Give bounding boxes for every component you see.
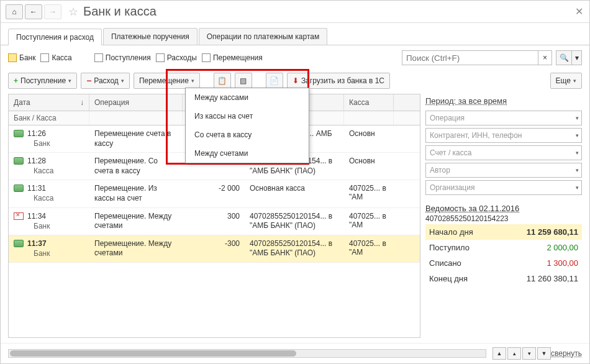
statement-block: Ведомость за 02.11.2016 4070285525012015… (425, 201, 582, 286)
more-button[interactable]: Еще▾ (550, 73, 582, 89)
col-date[interactable]: Дата ↓ (9, 94, 89, 111)
transfer-menu-item[interactable]: Из кассы на счет (186, 107, 309, 125)
home-button[interactable]: ⌂ (6, 4, 23, 19)
nav-last-icon[interactable]: ▼ (537, 347, 551, 360)
collapse-link[interactable]: свернуть (551, 349, 582, 358)
cell-sum: -2 000 (183, 180, 245, 207)
filter-bar: Банк Касса Поступления Расходы Перемещен… (1, 45, 589, 70)
table-row[interactable]: 11:31КассаПеремещение. Из кассы на счет-… (9, 180, 420, 207)
cell-where: 40702855250120154... в "АМБ БАНК" (ПАО) (245, 235, 344, 262)
filter-author[interactable]: Автор▾ (425, 163, 582, 178)
cell-where: 40702855250120154... в "АМБ БАНК" (ПАО) (245, 208, 344, 235)
stmt-incoming: Поступило2 000,00 (425, 240, 582, 255)
load-bank-button[interactable]: ⬇Загрузить из банка в 1С (287, 73, 390, 89)
search-button[interactable]: 🔍 (556, 50, 572, 65)
transfer-menu: Между кассами Из кассы на счет Со счета … (185, 88, 309, 163)
search-clear-button[interactable]: × (538, 50, 552, 65)
cell-kassa: 407025... в "АМ (344, 235, 394, 262)
side-panel: Период: за все время Операция▾ Контраген… (425, 94, 582, 338)
cell-kassa: Основн (344, 125, 394, 152)
table-row[interactable]: 11:34БанкПеремещение. Между счетами30040… (9, 208, 420, 235)
filter-transfers[interactable]: Перемещения (202, 53, 263, 62)
cell-bank-kassa: Касса (14, 166, 84, 175)
filter-incoming[interactable]: Поступления (94, 53, 151, 62)
cell-bank-kassa: Банк (14, 222, 84, 230)
filter-bank[interactable]: Банк (8, 53, 35, 62)
transfer-button[interactable]: Перемещение▾ (134, 73, 200, 89)
cell-time: 11:37 (27, 239, 47, 248)
status-icon (14, 184, 24, 192)
status-icon (14, 130, 24, 137)
app-window: ⌂ ← → ☆ Банк и касса ✕ Поступления и рас… (0, 0, 590, 364)
cell-operation: Перемещение. Между счетами (89, 235, 183, 262)
favorite-icon[interactable]: ☆ (68, 5, 78, 19)
period-title[interactable]: Период: за все время (425, 94, 582, 108)
nav-up-icon[interactable]: ▴ (507, 347, 521, 360)
tab-payments[interactable]: Платежные поручения (103, 28, 197, 45)
filter-account[interactable]: Счет / касса▾ (425, 145, 582, 160)
income-button[interactable]: +Поступление▾ (8, 73, 77, 89)
list-icon[interactable]: ▤ (235, 73, 252, 89)
cell-time: 11:34 (27, 212, 46, 221)
search-input[interactable] (402, 50, 538, 65)
expense-button[interactable]: −Расход▾ (81, 73, 130, 89)
col-kassa[interactable]: Касса (344, 94, 394, 111)
h-scrollbar[interactable] (8, 349, 486, 358)
filter-operation[interactable]: Операция▾ (425, 111, 582, 125)
statement-title[interactable]: Ведомость за 02.11.2016 (425, 204, 582, 213)
row-nav: ▲ ▴ ▾ ▼ (492, 347, 551, 360)
transfer-menu-item[interactable]: Между счетами (186, 144, 309, 163)
col-operation[interactable]: Операция (89, 94, 183, 111)
back-button[interactable]: ← (25, 4, 42, 19)
doc-icon[interactable]: 📄 (266, 73, 283, 89)
cell-kassa: 407025... в "АМ (344, 208, 394, 235)
forward-button[interactable]: → (44, 4, 61, 19)
close-icon[interactable]: ✕ (575, 6, 583, 17)
stmt-start: Начало дня11 259 680,11 (425, 224, 582, 240)
tab-card-ops[interactable]: Операции по платежным картам (199, 28, 328, 45)
cell-where: Основная касса (245, 180, 344, 207)
copy-icon[interactable]: 📋 (214, 73, 231, 89)
toolbar: +Поступление▾ −Расход▾ Перемещение▾ 📋 ▤ … (1, 70, 589, 94)
tab-flow[interactable]: Поступления и расход (8, 29, 102, 45)
status-icon (14, 157, 24, 165)
status-icon (14, 212, 24, 220)
footer: ▲ ▴ ▾ ▼ свернуть (1, 343, 589, 363)
transfer-menu-item[interactable]: Между кассами (186, 88, 309, 107)
nav-down-icon[interactable]: ▾ (522, 347, 536, 360)
cell-kassa: Основн (344, 153, 394, 180)
page-title: Банк и касса (83, 4, 157, 19)
filter-outgoing[interactable]: Расходы (156, 53, 197, 62)
cell-time: 11:31 (27, 184, 46, 193)
account-number: 40702855250120154223 (425, 213, 582, 224)
cell-bank-kassa: Банк (14, 139, 84, 148)
tab-bar: Поступления и расход Платежные поручения… (1, 23, 589, 45)
subcol-bank-kassa: Банк / Касса (9, 111, 89, 125)
cell-operation: Перемещение. Между счетами (89, 208, 183, 235)
search-box: × 🔍 ▾ (402, 50, 582, 65)
search-dropdown[interactable]: ▾ (572, 50, 582, 65)
titlebar: ⌂ ← → ☆ Банк и касса ✕ (1, 1, 589, 23)
cell-sum: -300 (183, 235, 245, 262)
cell-time: 11:28 (27, 157, 46, 165)
transfer-menu-item[interactable]: Со счета в кассу (186, 125, 309, 144)
cell-operation: Перемещение счета в кассу (89, 125, 183, 152)
stmt-end: Конец дня11 260 380,11 (425, 271, 582, 286)
stmt-outgoing: Списано1 300,00 (425, 255, 582, 271)
filter-counterparty[interactable]: Контрагент, ИНН, телефон▾ (425, 128, 582, 143)
cell-bank-kassa: Касса (14, 194, 84, 202)
cell-operation: Перемещение. Из кассы на счет (89, 180, 183, 207)
status-icon (14, 240, 24, 247)
table-row[interactable]: 11:37БанкПеремещение. Между счетами-3004… (9, 235, 420, 263)
filter-kassa[interactable]: Касса (40, 53, 71, 62)
nav-first-icon[interactable]: ▲ (492, 347, 506, 360)
cell-operation: Перемещение. Со счета в кассу (89, 153, 183, 180)
cell-sum: 300 (183, 208, 245, 235)
cell-time: 11:26 (27, 129, 46, 138)
cell-kassa: 407025... в "АМ (344, 180, 394, 207)
filter-organization[interactable]: Организация▾ (425, 180, 582, 195)
cell-bank-kassa: Банк (14, 249, 84, 258)
